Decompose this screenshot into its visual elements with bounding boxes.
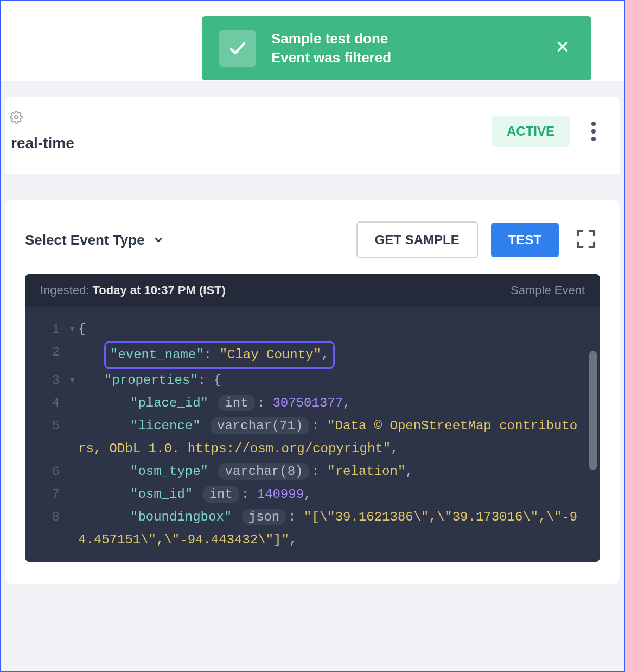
line-number: 3 <box>25 369 68 392</box>
pipeline-header: real-time ACTIVE <box>5 97 620 174</box>
expand-icon[interactable] <box>572 225 600 255</box>
select-event-type[interactable]: Select Event Type <box>25 232 164 249</box>
ingested-label: Ingested: <box>40 283 90 297</box>
line-number: 5 <box>25 415 68 438</box>
type-pill: int <box>203 486 239 503</box>
toast-title: Sample test done <box>271 29 551 48</box>
toast-subtitle: Event was filtered <box>271 48 551 67</box>
event-panel: Select Event Type GET SAMPLE TEST Ingest… <box>5 200 620 584</box>
scrollbar[interactable] <box>589 351 597 470</box>
close-icon[interactable] <box>551 35 574 62</box>
sample-event-label: Sample Event <box>511 283 585 297</box>
type-pill: json <box>242 509 286 525</box>
fold-caret-icon[interactable]: ▾ <box>68 369 78 392</box>
svg-point-2 <box>15 116 18 119</box>
toast-notification: Sample test done Event was filtered <box>202 16 591 80</box>
highlighted-line: "event_name": "Clay County", <box>104 341 335 369</box>
fold-caret-icon[interactable]: ▾ <box>68 318 78 341</box>
select-event-label: Select Event Type <box>25 232 145 249</box>
check-icon <box>219 30 256 67</box>
status-badge: ACTIVE <box>492 116 570 147</box>
line-number: 4 <box>25 392 68 415</box>
code-header: Ingested: Today at 10:37 PM (IST) Sample… <box>25 274 600 307</box>
line-number: 1 <box>25 318 68 341</box>
chevron-down-icon <box>152 234 164 246</box>
type-pill: varchar(71) <box>211 417 309 434</box>
test-button[interactable]: TEST <box>491 223 559 257</box>
gear-icon <box>10 111 74 126</box>
toast-text: Sample test done Event was filtered <box>271 29 551 67</box>
line-number: 2 <box>25 341 68 364</box>
panel-toolbar: Select Event Type GET SAMPLE TEST <box>25 221 600 258</box>
page-title: real-time <box>11 135 74 152</box>
line-number: 8 <box>25 506 68 529</box>
ingested-time: Today at 10:37 PM (IST) <box>93 283 226 297</box>
type-pill: varchar(8) <box>218 463 309 480</box>
code-body[interactable]: 1▾ { 2 "event_name": "Clay County", 3▾ "… <box>25 307 600 562</box>
line-number: 7 <box>25 483 68 506</box>
code-block: Ingested: Today at 10:37 PM (IST) Sample… <box>25 274 600 562</box>
get-sample-button[interactable]: GET SAMPLE <box>356 221 478 258</box>
type-pill: int <box>218 395 254 411</box>
line-number: 6 <box>25 460 68 483</box>
more-menu-icon[interactable] <box>587 117 600 145</box>
